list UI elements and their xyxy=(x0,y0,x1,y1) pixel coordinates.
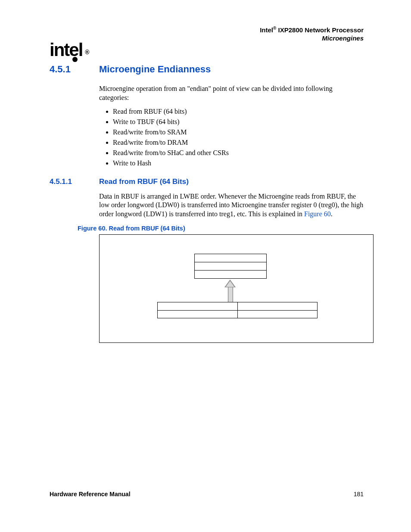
figure-caption: Figure 60. Read from RBUF (64 Bits) xyxy=(78,225,364,232)
content: 4.5.1 Microengine Endianness Microengine… xyxy=(50,64,364,343)
logo-reg: ® xyxy=(85,49,88,56)
subsection-body: Data in RBUF is arranged in LWBE order. … xyxy=(99,192,364,219)
figure-lower-table xyxy=(157,302,318,318)
intro-paragraph: Microengine operation from an "endian" p… xyxy=(99,84,364,103)
heading-title: Read from RBUF (64 Bits) xyxy=(99,177,189,186)
table-row xyxy=(195,262,266,270)
table-row xyxy=(195,270,266,278)
footer-label: Hardware Reference Manual xyxy=(50,491,131,498)
list-item: Read/write from/to SRAM xyxy=(113,128,364,136)
figure-upper-table xyxy=(194,254,267,279)
heading-title: Microengine Endianness xyxy=(99,64,211,75)
page-header: Intel® IXP2800 Network Processor Microen… xyxy=(260,26,364,43)
list-item: Write to Hash xyxy=(113,159,364,167)
section-body: Microengine operation from an "endian" p… xyxy=(99,84,364,167)
figure-link[interactable]: Figure 60 xyxy=(304,210,331,218)
table-row xyxy=(158,310,317,318)
header-section: Microengines xyxy=(260,34,364,43)
logo-dot-icon xyxy=(72,57,78,62)
heading-number: 4.5.1 xyxy=(50,64,99,75)
list-item: Write to TBUF (64 bits) xyxy=(113,118,364,126)
heading-4-5-1: 4.5.1 Microengine Endianness xyxy=(50,64,364,75)
logo-text: int xyxy=(50,40,69,60)
bullet-list: Read from RBUF (64 bits) Write to TBUF (… xyxy=(99,108,364,167)
heading-number: 4.5.1.1 xyxy=(50,177,99,186)
page-footer: Hardware Reference Manual 181 xyxy=(50,491,364,498)
footer-page-number: 181 xyxy=(354,491,364,498)
list-item: Read/write from/to DRAM xyxy=(113,139,364,146)
arrow-up-icon xyxy=(224,280,236,301)
table-row xyxy=(158,302,317,310)
header-product: IXP2800 Network Processor xyxy=(276,26,364,34)
table-row xyxy=(195,254,266,262)
logo-tail: el xyxy=(69,40,82,60)
header-brand: Intel xyxy=(260,26,273,34)
list-item: Read from RBUF (64 bits) xyxy=(113,108,364,115)
paragraph: Data in RBUF is arranged in LWBE order. … xyxy=(99,192,364,219)
page: Intel® IXP2800 Network Processor Microen… xyxy=(0,0,411,532)
figure-60 xyxy=(99,234,374,343)
heading-4-5-1-1: 4.5.1.1 Read from RBUF (64 Bits) xyxy=(50,177,364,186)
list-item: Read/write from/to SHaC and other CSRs xyxy=(113,149,364,157)
paragraph-tail: . xyxy=(331,210,333,218)
intel-logo: intel® xyxy=(50,40,89,60)
